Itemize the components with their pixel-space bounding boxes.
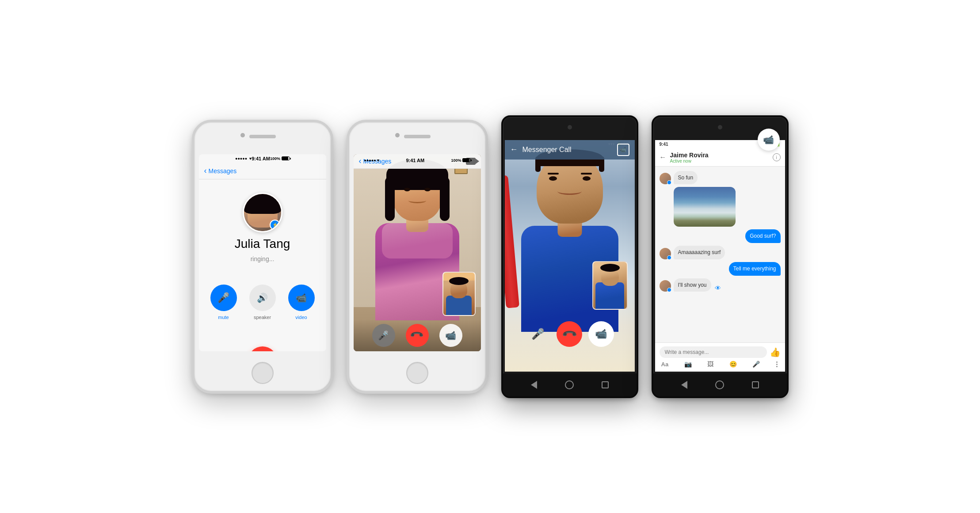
mic-toolbar-icon[interactable]: 🎤 xyxy=(752,361,760,368)
hair xyxy=(244,194,281,214)
camera-button-video[interactable]: 📹 xyxy=(439,324,462,347)
delivered-icon: 👁 xyxy=(715,285,721,292)
back-button-1[interactable]: ‹ Messages xyxy=(204,167,237,175)
chat-input-row: 👍 xyxy=(660,346,781,358)
android-end-icon: 📞 xyxy=(561,326,578,342)
mute-button-video[interactable]: 🎤 xyxy=(372,324,395,347)
face-features xyxy=(400,183,435,217)
mute-control[interactable]: 🎤 mute xyxy=(210,285,237,320)
chat-contact-info: Jaime Rovira Active now xyxy=(670,152,769,163)
camera-toolbar-icon[interactable]: 📷 xyxy=(684,361,692,368)
android-back-nav[interactable] xyxy=(530,380,538,389)
microphone-icon: 🎤 xyxy=(217,292,229,304)
message-text-6: I'll show you xyxy=(678,282,707,288)
image-bubble-sea xyxy=(674,187,736,227)
chat-back-arrow[interactable]: ← xyxy=(660,153,667,161)
eyebrows xyxy=(548,173,592,175)
video-circle[interactable]: 📹 xyxy=(288,285,315,311)
chat-top-icons: i xyxy=(773,153,781,161)
camera-icon-video: 📹 xyxy=(445,330,456,341)
android-smile xyxy=(557,188,582,195)
end-icon-video: 📞 xyxy=(409,327,425,343)
chat-input-field[interactable] xyxy=(660,346,767,358)
mute-circle[interactable]: 🎤 xyxy=(210,285,237,311)
video-controls-bar: 🎤 📞 📹 xyxy=(354,319,481,351)
iphone-1: ●●●●● ▾ 9:41 AM 100% ‹ Messages xyxy=(192,120,333,394)
android-recents-nav-2[interactable] xyxy=(751,380,760,389)
chat-contact-name: Jaime Rovira xyxy=(670,152,769,159)
android-end-button[interactable]: 📞 xyxy=(557,321,582,347)
home-button-2[interactable] xyxy=(406,362,428,384)
bubble-4: Amaaaaazing surf xyxy=(674,246,725,259)
android-cam-icon: 📹 xyxy=(595,328,607,340)
emoji-toolbar-icon[interactable]: 😊 xyxy=(729,361,737,368)
android-video-icon[interactable]: 📹 xyxy=(617,144,629,156)
text-format-icon[interactable]: Aa xyxy=(661,361,669,368)
android-eyes xyxy=(549,176,591,181)
speaker-top-2 xyxy=(404,135,431,138)
camera-top-1 xyxy=(240,133,245,137)
bubble-3: Good surf? xyxy=(745,229,780,243)
video-camera-icon: 📹 xyxy=(296,293,307,303)
video-icon-android: 📹 xyxy=(620,147,626,153)
speaker-control[interactable]: 🔊 speaker xyxy=(249,285,276,320)
chat-contact-status: Active now xyxy=(670,159,769,163)
android-back-nav-2[interactable] xyxy=(680,380,689,389)
video-call-fab[interactable]: 📹 xyxy=(758,129,780,151)
android-2: 📹 9:41 ▾▾▾🔋 ← Jaime Rovira Active now xyxy=(652,115,789,398)
android-recents-nav[interactable] xyxy=(601,380,610,389)
android-nav-bar-2 xyxy=(653,373,787,396)
video-label: video xyxy=(295,315,307,320)
more-options-icon[interactable] xyxy=(775,361,778,368)
android-nav-bar-1 xyxy=(503,373,637,396)
video-person-head xyxy=(393,168,442,221)
chat-send-icon[interactable]: 👍 xyxy=(770,347,781,357)
sender-avatar-6 xyxy=(660,280,671,292)
smile xyxy=(408,198,426,203)
android-video-screen: ▾▾▾ 🔋 9:41 ← Messenger Call 📹 xyxy=(505,140,635,372)
contact-avatar: ⚡ xyxy=(243,193,282,232)
chat-messages-area: So fun Good surf? xyxy=(655,167,785,342)
android-self-view xyxy=(592,261,628,310)
android-mic-icon: 🎤 xyxy=(531,328,545,340)
messenger-badge-small-6 xyxy=(667,288,671,292)
android-home-nav-2[interactable] xyxy=(715,380,724,389)
android-call-title: Messenger Call xyxy=(522,146,613,154)
iphone-2: ‹ Messages ●●●●● ▾ 9:41 AM 100% xyxy=(347,120,488,394)
self-view-head xyxy=(450,281,467,298)
android-top-overlay: ▾▾▾ 🔋 9:41 ← Messenger Call 📹 xyxy=(505,140,635,148)
speaker-circle[interactable]: 🔊 xyxy=(249,285,276,311)
status-bar-1: ●●●●● ▾ 9:41 AM 100% xyxy=(230,154,295,163)
sea-image xyxy=(674,187,736,227)
chevron-left-icon: ‹ xyxy=(204,166,207,175)
message-1: So fun xyxy=(660,171,781,185)
battery-1: 100% xyxy=(270,156,290,161)
battery-2: 100% xyxy=(451,158,470,163)
message-text-5: Tell me everything xyxy=(733,266,776,272)
info-icon-chat[interactable]: i xyxy=(773,153,781,161)
signal-dots-2: ●●●●● ▾ xyxy=(364,158,380,163)
back-label-1: Messages xyxy=(209,167,237,175)
video-control[interactable]: 📹 video xyxy=(288,285,315,320)
android-mute-button[interactable]: 🎤 xyxy=(525,321,551,347)
sender-avatar-1 xyxy=(660,173,671,184)
message-6: I'll show you 👁 xyxy=(660,278,781,292)
hair-right xyxy=(440,177,450,221)
chat-nav-bar: ← Jaime Rovira Active now i xyxy=(655,149,785,167)
sender-avatar-4 xyxy=(660,248,671,259)
image-toolbar-icon[interactable]: 🖼 xyxy=(707,361,713,368)
bubble-5: Tell me everything xyxy=(729,262,781,276)
self-view-content xyxy=(443,281,475,316)
end-call-button-video[interactable]: 📞 xyxy=(406,324,429,347)
android-face-features xyxy=(545,173,594,217)
android-back-arrow[interactable]: ← xyxy=(510,145,518,154)
android-camera-button[interactable]: 📹 xyxy=(588,321,614,347)
end-call-button[interactable]: 📞 xyxy=(248,346,277,351)
android-home-nav[interactable] xyxy=(565,380,574,389)
android-1: ▾▾▾ 🔋 9:41 ← Messenger Call 📹 xyxy=(501,115,638,398)
call-controls: 🎤 mute 🔊 speaker 📹 xyxy=(210,285,315,320)
status-bar-2: ●●●●● ▾ 9:41 AM 100% xyxy=(359,156,476,165)
android-call-controls: 🎤 📞 📹 xyxy=(505,321,635,347)
camera-top-3 xyxy=(568,125,572,129)
home-button-1[interactable] xyxy=(252,362,274,384)
